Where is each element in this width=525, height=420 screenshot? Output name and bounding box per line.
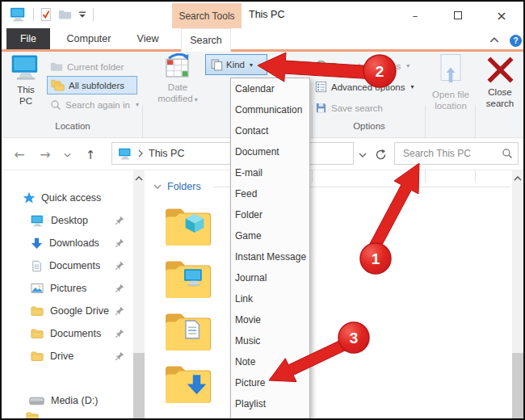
minimize-icon: – bbox=[413, 10, 418, 22]
sidebar-label: Documents bbox=[49, 260, 100, 271]
folder-tile-3d-objects[interactable] bbox=[165, 205, 212, 250]
up-button[interactable]: ↑ bbox=[79, 139, 102, 170]
scrollbar-thumb[interactable] bbox=[133, 353, 145, 420]
all-subfolders-icon bbox=[51, 79, 65, 91]
folder-tile-downloads[interactable] bbox=[165, 363, 212, 407]
sidebar-label: Drive bbox=[50, 351, 74, 362]
folder-tile-documents[interactable] bbox=[165, 310, 212, 355]
search-again-button[interactable]: Search again in ▾ bbox=[50, 96, 139, 113]
date-modified-label-2: modified▾ bbox=[158, 93, 197, 106]
date-modified-button[interactable]: Date modified▾ bbox=[152, 53, 204, 106]
scroll-up-icon[interactable] bbox=[135, 176, 143, 181]
menu-item-instant-message[interactable]: Instant Message bbox=[231, 246, 309, 267]
pin-icon bbox=[115, 238, 124, 248]
this-pc-icon[interactable] bbox=[10, 7, 27, 22]
recent-locations-button[interactable] bbox=[60, 139, 74, 170]
current-folder-label: Current folder bbox=[67, 62, 124, 72]
scrollbar-thumb[interactable] bbox=[512, 353, 523, 420]
menu-item-playlist[interactable]: Playlist bbox=[231, 393, 309, 414]
document-icon bbox=[182, 319, 203, 340]
tab-view[interactable]: View bbox=[128, 28, 168, 49]
search-again-label: Search again in bbox=[65, 100, 130, 110]
advanced-options-button[interactable]: Advanced options ▾ bbox=[315, 78, 414, 95]
sidebar-item-quick-access[interactable]: Quick access bbox=[2, 187, 131, 209]
menu-item-communication[interactable]: Communication bbox=[231, 99, 309, 120]
menu-item-document[interactable]: Document bbox=[231, 141, 309, 162]
recent-searches-button[interactable]: Recent searches ▾ bbox=[315, 57, 410, 74]
chevron-down-icon bbox=[64, 153, 71, 158]
sidebar-item-documents-2[interactable]: Documents bbox=[2, 322, 131, 345]
save-search-label: Save search bbox=[331, 103, 383, 113]
save-search-button[interactable]: Save search bbox=[315, 99, 383, 116]
menu-item-contact[interactable]: Contact bbox=[231, 120, 309, 141]
desktop-icon bbox=[31, 215, 44, 227]
title-bar: Search Tools This PC – × bbox=[2, 2, 523, 28]
menu-item-music[interactable]: Music bbox=[231, 330, 309, 351]
menu-item-folder[interactable]: Folder bbox=[231, 204, 309, 225]
kind-icon bbox=[211, 59, 223, 71]
close-search-button[interactable]: Close search bbox=[478, 53, 522, 109]
drive-icon bbox=[29, 397, 44, 405]
download-arrow-icon bbox=[186, 374, 208, 396]
sidebar-item-drive[interactable]: Drive bbox=[2, 345, 131, 368]
tab-search[interactable]: Search bbox=[181, 28, 231, 52]
sidebar-item-downloads[interactable]: Downloads bbox=[2, 232, 131, 254]
refresh-button[interactable] bbox=[371, 139, 390, 170]
contextual-tab-search-tools[interactable]: Search Tools bbox=[172, 3, 242, 28]
sidebar-item-google-drive[interactable]: Google Drive bbox=[2, 300, 131, 322]
sidebar-item-media-d[interactable]: Media (D:) bbox=[2, 389, 131, 412]
folder-icon bbox=[26, 411, 39, 420]
back-icon: ← bbox=[14, 147, 24, 162]
close-button[interactable]: × bbox=[491, 6, 512, 24]
current-folder-button[interactable]: Current folder bbox=[50, 58, 124, 75]
back-button[interactable]: ← bbox=[8, 139, 31, 170]
new-folder-icon[interactable] bbox=[58, 9, 72, 20]
contextual-tab-label: Search Tools bbox=[178, 10, 234, 22]
menu-item-link[interactable]: Link bbox=[231, 288, 309, 309]
scroll-up-icon[interactable] bbox=[514, 176, 522, 181]
menu-item-movie[interactable]: Movie bbox=[231, 309, 309, 330]
this-pc-label-1: This bbox=[17, 84, 35, 95]
sidebar-item-desktop[interactable]: Desktop bbox=[2, 209, 131, 232]
date-modified-icon bbox=[166, 53, 191, 78]
search-input[interactable] bbox=[403, 148, 498, 159]
close-icon: × bbox=[496, 8, 506, 23]
help-button[interactable]: ? bbox=[510, 35, 522, 47]
menu-item-picture[interactable]: Picture bbox=[231, 372, 309, 393]
content-scrollbar[interactable] bbox=[512, 170, 523, 418]
quick-access-toolbar-dropdown-icon[interactable] bbox=[78, 11, 86, 19]
menu-item-game[interactable]: Game bbox=[231, 225, 309, 246]
open-file-location-button[interactable]: Open file location bbox=[428, 53, 473, 111]
address-dropdown-button[interactable] bbox=[355, 139, 370, 170]
forward-button[interactable]: → bbox=[34, 139, 57, 170]
tab-file[interactable]: File bbox=[6, 28, 50, 49]
menu-item-feed[interactable]: Feed bbox=[231, 183, 309, 204]
menu-item-journal[interactable]: Journal bbox=[231, 267, 309, 288]
group-collapse-icon[interactable] bbox=[153, 184, 162, 189]
this-pc-scope-button[interactable]: This PC bbox=[6, 54, 45, 107]
menu-item-calendar[interactable]: Calendar bbox=[231, 78, 309, 99]
menu-item-note[interactable]: Note bbox=[231, 351, 309, 372]
breadcrumb-path[interactable]: This PC bbox=[149, 148, 184, 159]
search-again-icon bbox=[50, 99, 61, 111]
sidebar-item-pictures[interactable]: Pictures bbox=[2, 277, 131, 300]
search-box[interactable] bbox=[394, 142, 519, 165]
forward-icon: → bbox=[40, 147, 50, 162]
maximize-button[interactable] bbox=[447, 6, 468, 24]
sidebar-scrollbar[interactable] bbox=[133, 170, 145, 418]
properties-check-icon[interactable] bbox=[40, 7, 52, 22]
options-group-label: Options bbox=[313, 121, 426, 131]
open-file-location-icon bbox=[436, 53, 465, 86]
tab-computer[interactable]: Computer bbox=[58, 28, 120, 49]
menu-item-email[interactable]: E-mail bbox=[231, 162, 309, 183]
minimize-ribbon-icon[interactable] bbox=[489, 37, 499, 43]
all-subfolders-button[interactable]: All subfolders bbox=[47, 76, 137, 94]
step-number: 3 bbox=[350, 330, 359, 346]
minimize-button[interactable]: – bbox=[405, 6, 426, 24]
sidebar-item-documents[interactable]: Documents bbox=[2, 254, 131, 277]
group-header-folders[interactable]: Folders bbox=[167, 181, 201, 192]
folder-tile-desktop[interactable] bbox=[165, 258, 212, 302]
this-pc-icon bbox=[10, 54, 41, 81]
search-icon[interactable] bbox=[502, 148, 513, 159]
kind-filter-button[interactable]: Kind ▾ bbox=[205, 54, 267, 75]
